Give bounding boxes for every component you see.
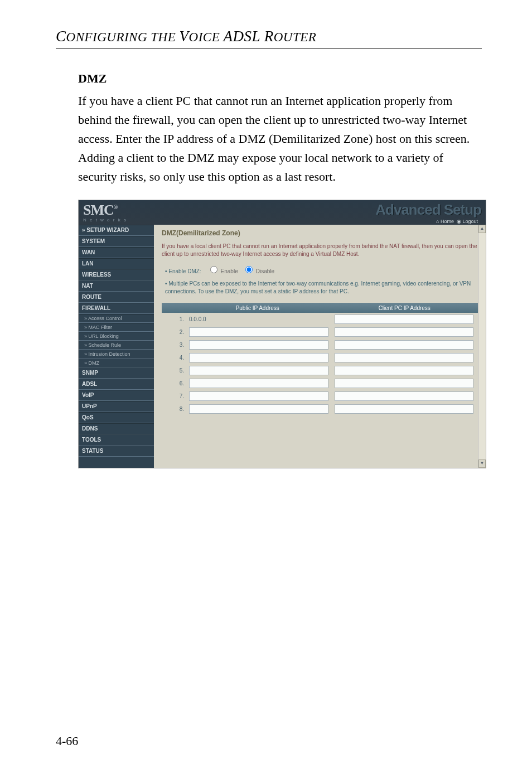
sidebar-adsl[interactable]: ADSL [79,379,154,390]
main-panel: DMZ(Demilitarized Zone) If you have a lo… [154,225,486,468]
client-ip-input[interactable] [335,340,474,350]
panel-description: If you have a local client PC that canno… [162,243,478,258]
disable-radio[interactable] [245,266,253,273]
enable-option-label: Enable [221,268,238,274]
sidebar-url-blocking[interactable]: » URL Blocking [79,332,154,341]
sidebar: » SETUP WIZARD SYSTEM WAN LAN WIRELESS N… [79,225,154,468]
scroll-down-icon[interactable]: ▼ [478,459,486,468]
sidebar-snmp[interactable]: SNMP [79,367,154,379]
sidebar-schedule-rule[interactable]: » Schedule Rule [79,341,154,350]
client-ip-input[interactable] [335,379,474,388]
home-link[interactable]: Home [441,219,454,224]
client-ip-input[interactable] [335,366,474,375]
sidebar-access-control[interactable]: » Access Control [79,314,154,323]
client-ip-input[interactable] [335,327,474,337]
sidebar-wireless[interactable]: WIRELESS [79,269,154,280]
sidebar-setup-wizard[interactable]: » SETUP WIZARD [79,225,154,236]
scroll-up-icon[interactable]: ▲ [478,225,486,233]
running-head: CONFIGURING THE VOICE ADSL ROUTER [56,28,482,45]
client-ip-input[interactable] [335,391,474,401]
page-header: Advanced Setup [375,201,481,219]
client-ip-input[interactable] [335,404,474,414]
sidebar-nat[interactable]: NAT [79,280,154,292]
disable-option-label: Disable [256,268,274,274]
router-admin-screenshot: SMC® N e t w o r k s Advanced Setup ⌂ Ho… [78,200,486,468]
table-row: 4. [162,351,478,364]
sidebar-mac-filter[interactable]: » MAC Filter [79,323,154,332]
public-ip-input[interactable] [189,391,328,401]
table-row: 6. [162,377,478,390]
table-row: 5. [162,364,478,377]
table-header: Public IP Address Client PC IP Address [162,303,478,313]
home-icon: ⌂ [436,219,439,224]
sidebar-lan[interactable]: LAN [79,258,154,269]
header-rule [56,49,482,49]
body-paragraph: If you have a client PC that cannot run … [78,91,482,186]
public-ip-cell: 0.0.0.0 [187,316,333,322]
col-public-ip: Public IP Address [184,305,331,311]
sidebar-wan[interactable]: WAN [79,247,154,258]
public-ip-input[interactable] [189,404,328,414]
brand-logo: SMC® [83,203,127,217]
sidebar-ddns[interactable]: DDNS [79,423,154,434]
sidebar-route[interactable]: ROUTE [79,292,154,303]
table-row: 8. [162,403,478,415]
page-number: 4-66 [56,734,78,748]
enable-radio[interactable] [210,266,217,273]
scrollbar[interactable]: ▲ ▼ [478,225,486,468]
section-title: DMZ [78,71,482,86]
client-ip-input[interactable] [335,353,474,362]
sidebar-dmz[interactable]: » DMZ [79,359,154,367]
table-row: 2. [162,326,478,338]
sidebar-system[interactable]: SYSTEM [79,236,154,247]
public-ip-input[interactable] [189,366,328,375]
table-row: 7. [162,390,478,403]
logout-icon: ◉ [457,219,461,224]
brand-subtext: N e t w o r k s [83,217,127,222]
public-ip-input[interactable] [189,340,328,350]
client-ip-input[interactable] [335,315,474,324]
sidebar-voip[interactable]: VoIP [79,390,154,401]
table-body: 1. 0.0.0.0 2. 3. 4. [162,313,478,415]
public-ip-input[interactable] [189,327,328,337]
panel-title: DMZ(Demilitarized Zone) [162,229,478,237]
public-ip-input[interactable] [189,379,328,388]
sidebar-status[interactable]: STATUS [79,446,154,457]
sidebar-intrusion-detection[interactable]: » Intrusion Detection [79,350,154,359]
table-row: 3. [162,338,478,351]
sidebar-tools[interactable]: TOOLS [79,434,154,446]
sidebar-upnp[interactable]: UPnP [79,401,154,412]
sidebar-firewall[interactable]: FIREWALL [79,303,154,314]
note-text: Multiple PCs can be exposed to the Inter… [165,280,471,294]
sidebar-qos[interactable]: QoS [79,412,154,423]
enable-dmz-label: Enable DMZ: [168,268,201,274]
table-row: 1. 0.0.0.0 [162,313,478,326]
logout-link[interactable]: Logout [462,219,478,224]
public-ip-input[interactable] [189,353,328,362]
col-client-ip: Client PC IP Address [331,305,478,311]
